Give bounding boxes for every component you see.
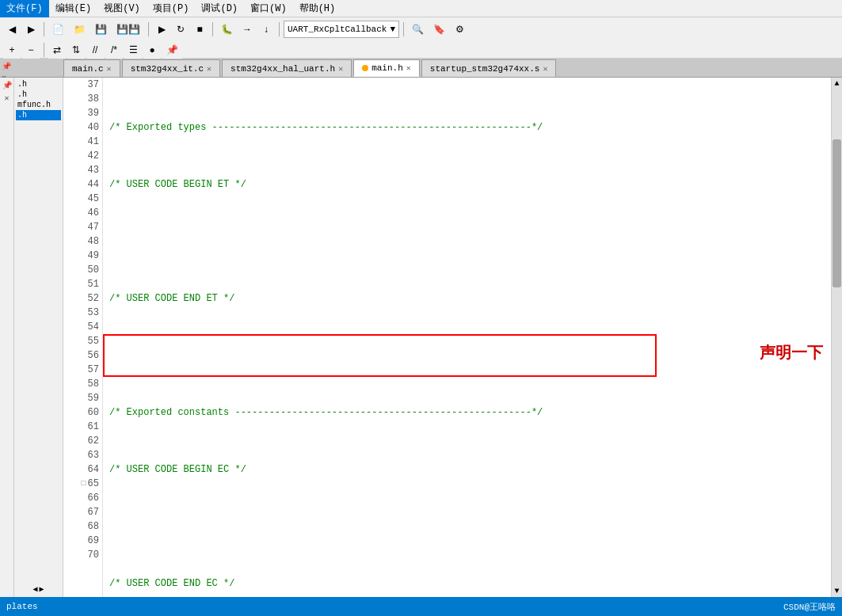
tab-bar: 📌 ✕ main.c ✕ stm32g4xx_it.c ✕ stm32g4xx_… [0, 59, 842, 78]
code-content[interactable]: /* Exported types ----------------------… [103, 78, 831, 597]
annotation-text: 声明一下 [760, 345, 823, 359]
separator-3 [212, 22, 213, 36]
new-button[interactable]: 📄 [48, 21, 68, 38]
indent-button[interactable]: ⇄ [48, 41, 66, 59]
menu-help[interactable]: 帮助(H) [293, 0, 342, 17]
stop-button[interactable]: ■ [191, 21, 208, 38]
tab-main-c-label: main.c [72, 64, 104, 74]
save-all-button[interactable]: 💾💾 [112, 21, 144, 38]
tab-hal-uart-h-label: stm32g4xx_hal_uart.h [231, 64, 335, 74]
code-line-43: /* USER CODE BEGIN EC */ [109, 462, 825, 477]
scroll-down-button[interactable]: ▼ [832, 585, 840, 597]
format-button[interactable]: ☰ [124, 41, 142, 59]
menu-window[interactable]: 窗口(W) [244, 0, 293, 17]
coloring-button[interactable]: ● [143, 41, 161, 59]
scroll-thumb[interactable] [832, 139, 841, 288]
pin-icon[interactable]: 📌 [2, 62, 11, 71]
collapse-icon-65[interactable]: □ [82, 477, 86, 491]
left-sidebar: 📌 ✕ [0, 78, 14, 597]
rebuild-button[interactable]: ↻ [172, 21, 189, 38]
build-button[interactable]: ▶ [153, 21, 170, 38]
menu-bar: 文件(F) 编辑(E) 视图(V) 项目(P) 调试(D) 窗口(W) 帮助(H… [0, 0, 842, 17]
step-over-button[interactable]: → [238, 21, 256, 38]
menu-debug[interactable]: 调试(D) [195, 0, 244, 17]
tab-main-h-modified-dot [362, 65, 368, 71]
back-button[interactable]: ◀ [3, 21, 21, 38]
watermark-text: CSDN@王咯咯 [783, 601, 836, 613]
tab-main-h[interactable]: main.h ✕ [353, 59, 420, 77]
separator-6 [44, 43, 44, 57]
uncomment-button[interactable]: /* [105, 41, 123, 59]
tab-startup[interactable]: startup_stm32g474xx.s ✕ [421, 59, 557, 77]
unindent-button[interactable]: ⇅ [67, 41, 85, 59]
code-line-38: /* USER CODE BEGIN ET */ [109, 177, 825, 192]
code-text-40: /* USER CODE END ET */ [109, 291, 234, 306]
tab-stm32g4xx-it-c-label: stm32g4xx_it.c [131, 64, 204, 74]
zoom-in-button[interactable]: + [3, 41, 21, 59]
scroll-left-icon[interactable]: ◀ [32, 584, 37, 594]
tab-main-h-close[interactable]: ✕ [406, 63, 411, 73]
tab-main-h-label: main.h [371, 63, 403, 73]
file-tree-item-4[interactable]: .h [16, 110, 61, 120]
code-line-40: /* USER CODE END ET */ [109, 291, 825, 306]
code-line-39 [109, 234, 825, 249]
status-right: CSDN@王咯咯 [783, 601, 836, 613]
zoom-out-button[interactable]: − [22, 41, 40, 59]
file-tree-item-1[interactable]: .h [16, 79, 61, 89]
code-line-42: /* Exported constants ------------------… [109, 405, 825, 420]
code-text-43: /* USER CODE BEGIN EC */ [109, 462, 246, 477]
code-line-44 [109, 519, 825, 534]
menu-view[interactable]: 视图(V) [97, 0, 147, 17]
menu-file[interactable]: 文件(F) [0, 0, 49, 17]
separator-2 [148, 22, 149, 36]
bookmark-button[interactable]: 🔖 [429, 21, 449, 38]
code-text-37: /* Exported types ----------------------… [109, 120, 543, 135]
line-numbers: 37 38 39 40 41 42 43 44 45 46 47 48 49 5… [63, 78, 103, 597]
tab-hal-uart-h[interactable]: stm32g4xx_hal_uart.h ✕ [222, 59, 352, 77]
file-tree-item-2[interactable]: .h [16, 89, 61, 100]
top-toolbar: ◀ ▶ 📄 📁 💾 💾💾 ▶ ↻ ■ 🐛 → ↓ UART_RxCpltCall… [0, 17, 842, 59]
menu-project[interactable]: 项目(P) [147, 0, 196, 17]
left-sidebar-icon-2[interactable]: ✕ [4, 93, 9, 103]
tab-startup-close[interactable]: ✕ [543, 64, 547, 74]
forward-button[interactable]: ▶ [22, 21, 40, 38]
file-tree-item-3[interactable]: mfunc.h [16, 100, 61, 110]
tab-startup-label: startup_stm32g474xx.s [430, 64, 540, 74]
code-line-41 [109, 348, 825, 363]
tab-stm32g4xx-it-c[interactable]: stm32g4xx_it.c ✕ [122, 59, 220, 77]
scroll-right-icon[interactable]: ▶ [40, 584, 44, 594]
save-button[interactable]: 💾 [91, 21, 111, 38]
open-button[interactable]: 📁 [70, 21, 90, 38]
tab-hal-uart-h-close[interactable]: ✕ [338, 64, 343, 74]
function-dropdown[interactable]: UART_RxCpltCallback ▼ [284, 21, 399, 38]
status-bar: plates CSDN@王咯咯 [0, 597, 842, 616]
menu-edit[interactable]: 编辑(E) [49, 0, 98, 17]
pin-button[interactable]: 📌 [162, 41, 182, 59]
code-text-45: /* USER CODE END EC */ [109, 576, 234, 591]
code-line-45: /* USER CODE END EC */ [109, 576, 825, 591]
separator-1 [44, 22, 44, 36]
scroll-up-button[interactable]: ▲ [832, 78, 840, 89]
function-dropdown-label: UART_RxCpltCallback [288, 25, 387, 34]
editor-container: 📌 ✕ .h .h mfunc.h .h ◀ ▶ 37 38 39 40 41 … [0, 78, 842, 597]
code-text-38: /* USER CODE BEGIN ET */ [109, 177, 246, 192]
dropdown-arrow-icon: ▼ [390, 25, 395, 34]
status-left-text: plates [6, 602, 38, 611]
tab-stm32g4xx-it-c-close[interactable]: ✕ [207, 64, 211, 74]
search-button[interactable]: 🔍 [408, 21, 428, 38]
tab-main-c-close[interactable]: ✕ [107, 64, 112, 74]
settings-button[interactable]: ⚙ [451, 21, 468, 38]
comment-button[interactable]: // [86, 41, 104, 59]
code-line-37: /* Exported types ----------------------… [109, 120, 825, 135]
debug-button[interactable]: 🐛 [217, 21, 237, 38]
code-text-42: /* Exported constants ------------------… [109, 405, 543, 420]
left-sidebar-icon-1[interactable]: 📌 [2, 81, 12, 90]
tab-main-c[interactable]: main.c ✕ [63, 59, 120, 77]
file-tree: .h .h mfunc.h .h ◀ ▶ [14, 78, 63, 597]
code-editor[interactable]: 37 38 39 40 41 42 43 44 45 46 47 48 49 5… [63, 78, 831, 597]
separator-5 [403, 22, 404, 36]
separator-4 [279, 22, 280, 36]
vertical-scrollbar[interactable]: ▲ ▼ [831, 78, 842, 597]
step-into-button[interactable]: ↓ [257, 21, 275, 38]
